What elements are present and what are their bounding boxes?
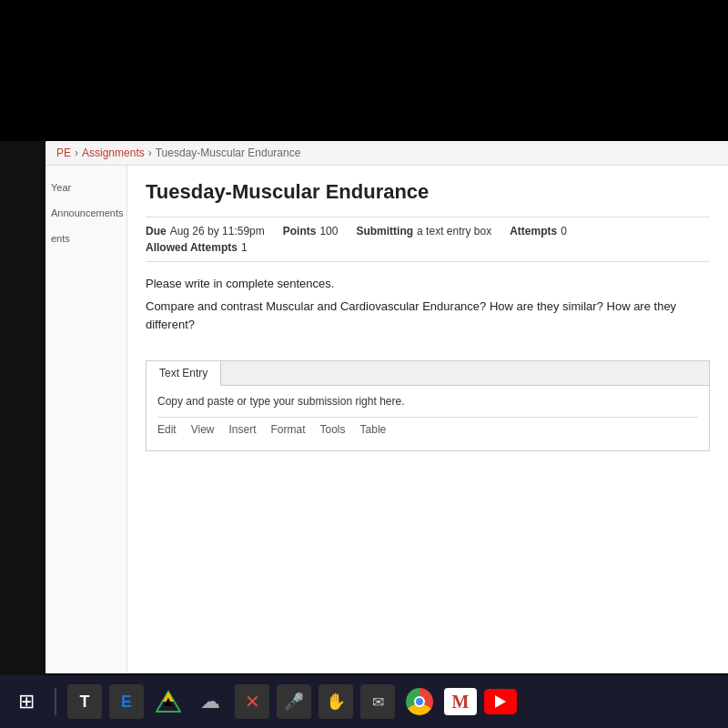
- browser-content: PE › Assignments › Tuesday-Muscular Endu…: [46, 141, 728, 673]
- breadcrumb-pe[interactable]: PE: [56, 147, 71, 159]
- chrome-icon[interactable]: [402, 684, 437, 719]
- text-entry-body: Copy and paste or type your submission r…: [147, 386, 709, 450]
- gmail-m: M: [452, 692, 470, 713]
- page-layout: Year Announcements ents Tuesday-Muscular…: [46, 166, 728, 672]
- assignment-instructions: Please write in complete sentences.: [146, 277, 710, 290]
- toolbar-view[interactable]: View: [191, 423, 215, 436]
- submitting-value: a text entry box: [417, 225, 491, 238]
- black-left-panel: [0, 141, 46, 675]
- greenhand-icon[interactable]: ✋: [318, 684, 353, 719]
- drive-icon[interactable]: ▲: [151, 684, 186, 719]
- due-value: Aug 26 by 11:59pm: [170, 225, 265, 238]
- allowed-attempts-value: 1: [241, 241, 248, 254]
- meta-attempts: Attempts 0: [510, 225, 567, 238]
- text-entry-hint: Copy and paste or type your submission r…: [157, 395, 698, 408]
- youtube-play-icon: [495, 695, 506, 708]
- attempts-value: 0: [561, 225, 567, 238]
- points-label: Points: [283, 225, 317, 238]
- assignment-meta: Due Aug 26 by 11:59pm Allowed Attempts 1…: [146, 217, 710, 262]
- page-title: Tuesday-Muscular Endurance: [146, 180, 710, 204]
- toolbar-edit[interactable]: Edit: [157, 423, 177, 436]
- taskbar-divider: [55, 688, 56, 715]
- breadcrumb: PE › Assignments › Tuesday-Muscular Endu…: [46, 141, 728, 166]
- points-value: 100: [319, 225, 338, 238]
- mic-icon[interactable]: 🎤: [277, 684, 311, 719]
- meta-submitting: Submitting a text entry box: [356, 225, 491, 238]
- sidebar: Year Announcements ents: [46, 166, 127, 672]
- due-label: Due: [146, 225, 167, 238]
- main-content: Tuesday-Muscular Endurance Due Aug 26 by…: [127, 166, 728, 672]
- gmail-icon[interactable]: M: [444, 688, 477, 715]
- breadcrumb-sep1: ›: [75, 147, 78, 159]
- editor-toolbar: Edit View Insert Format Tools Table: [157, 417, 698, 441]
- t-app-icon[interactable]: T: [67, 684, 102, 719]
- sidebar-item-ents[interactable]: ents: [46, 226, 126, 251]
- taskbar: ⊞ T E ▲ ☁ ✕: [0, 675, 728, 728]
- allowed-attempts-label: Allowed Attempts: [146, 241, 238, 254]
- breadcrumb-assignments[interactable]: Assignments: [82, 147, 145, 159]
- sidebar-year: Year: [46, 175, 126, 200]
- meta-due: Due Aug 26 by 11:59pm: [146, 225, 265, 238]
- e-app-icon[interactable]: E: [109, 684, 144, 719]
- x-app-icon[interactable]: ✕: [235, 684, 269, 719]
- toolbar-insert[interactable]: Insert: [228, 423, 256, 436]
- toolbar-table[interactable]: Table: [360, 423, 387, 436]
- submitting-label: Submitting: [356, 225, 413, 238]
- screen-wrapper: PE › Assignments › Tuesday-Muscular Endu…: [0, 0, 728, 728]
- breadcrumb-sep2: ›: [148, 147, 152, 159]
- meta-allowed-attempts: Allowed Attempts 1: [146, 241, 265, 254]
- cloud-icon[interactable]: ☁: [193, 684, 228, 719]
- toolbar-tools[interactable]: Tools: [320, 423, 346, 436]
- windows-start-icon[interactable]: ⊞: [9, 684, 44, 719]
- toolbar-format[interactable]: Format: [271, 423, 306, 436]
- mail-icon[interactable]: ✉: [360, 684, 395, 719]
- attempts-label: Attempts: [510, 225, 557, 238]
- windows-symbol: ⊞: [18, 690, 35, 713]
- tab-text-entry[interactable]: Text Entry: [147, 361, 221, 386]
- text-entry-section: Text Entry Copy and paste or type your s…: [146, 360, 710, 451]
- assignment-question: Compare and contrast Muscular and Cardio…: [146, 298, 710, 333]
- text-entry-tabs: Text Entry: [147, 361, 709, 386]
- youtube-icon[interactable]: [484, 689, 517, 714]
- sidebar-item-announcements[interactable]: Announcements: [46, 200, 126, 226]
- black-top-bar: [0, 0, 728, 141]
- breadcrumb-current: Tuesday-Muscular Endurance: [156, 147, 301, 159]
- meta-due-row: Due Aug 26 by 11:59pm Allowed Attempts 1: [146, 225, 265, 254]
- meta-points: Points 100: [283, 225, 339, 238]
